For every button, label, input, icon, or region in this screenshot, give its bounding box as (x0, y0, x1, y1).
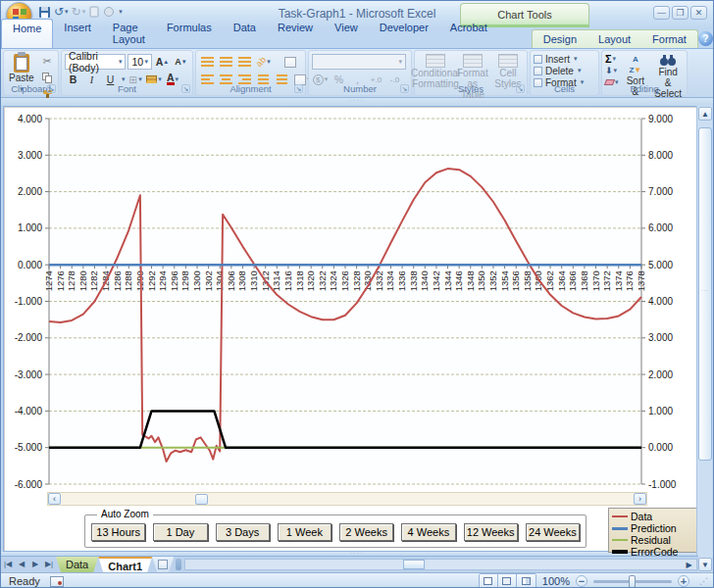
zoom-slider-thumb[interactable] (629, 575, 636, 588)
ribbon-tab[interactable]: Home (1, 19, 53, 49)
sheet-tab-chart1[interactable]: Chart1 (98, 557, 152, 572)
restore-button[interactable]: ❐ (672, 6, 688, 20)
grow-font-button[interactable]: A▲ (154, 54, 171, 70)
save-button[interactable] (38, 6, 51, 19)
alignment-group-label: Alignment (196, 83, 305, 94)
last-sheet-button[interactable]: ▶| (42, 557, 56, 572)
paste-button[interactable]: Paste ▾ (7, 53, 36, 102)
style-grid-icon (426, 54, 445, 68)
auto-zoom-button[interactable]: 12 Weeks (464, 523, 518, 541)
resize-grip[interactable]: ⋰ (695, 576, 709, 586)
font-name-combobox[interactable]: Calibri (Body)▾ (65, 54, 126, 70)
clipboard-group: Paste ▾ ✂ Clipboard (3, 50, 59, 96)
quick-print-button[interactable] (88, 6, 100, 18)
svg-text:1346: 1346 (453, 270, 464, 291)
zoom-level-label: 100% (542, 575, 570, 587)
alignment-dialog-launcher[interactable]: ↘ (294, 84, 303, 93)
ribbon-tab[interactable]: Page Layout (102, 19, 156, 48)
ribbon-tab[interactable]: Review (267, 19, 324, 48)
auto-zoom-button[interactable]: 1 Day (153, 523, 207, 541)
ribbon-tab[interactable]: Acrobat (439, 19, 498, 48)
zoom-out-button[interactable]: − (576, 575, 587, 587)
align-bottom-button[interactable] (236, 54, 253, 70)
prev-sheet-button[interactable]: ◀ (15, 557, 28, 572)
svg-text:1296: 1296 (169, 270, 179, 291)
orientation-button[interactable]: ab▾ (255, 54, 272, 70)
styles-dialog-launcher[interactable]: ↘ (516, 84, 525, 93)
svg-text:1354: 1354 (499, 270, 510, 291)
contextual-tab[interactable]: Format (641, 30, 697, 48)
styles-group-label: Styles (415, 83, 527, 94)
sheet-tab-data[interactable]: Data (56, 557, 98, 572)
svg-text:1274: 1274 (43, 270, 54, 291)
cells-button[interactable]: Insert ▾ (534, 53, 595, 65)
ribbon-tab[interactable]: Developer (369, 19, 439, 48)
chart-horizontal-scrollbar[interactable]: ‹ › (47, 492, 647, 506)
minimize-button[interactable]: — (653, 6, 670, 20)
close-button[interactable]: ✕ (690, 6, 707, 20)
font-dialog-launcher[interactable]: ↘ (181, 84, 190, 93)
align-middle-button[interactable] (218, 54, 234, 70)
scroll-right-icon[interactable]: › (634, 493, 646, 505)
legend-label: Prediction (631, 522, 677, 534)
number-format-combobox[interactable]: ▾ (312, 54, 406, 70)
underline-dropdown-icon[interactable]: ▾ (122, 75, 126, 83)
svg-text:-5.000: -5.000 (15, 442, 43, 453)
zoom-in-button[interactable]: + (678, 575, 689, 587)
page-layout-view-icon (502, 577, 511, 585)
contextual-tab[interactable]: Layout (587, 30, 641, 48)
sheet-scroll-thumb[interactable] (403, 560, 425, 569)
auto-zoom-button[interactable]: 4 Weeks (401, 523, 455, 541)
qat-extra-button[interactable] (103, 6, 115, 18)
svg-text:1322: 1322 (317, 270, 328, 291)
redo-button[interactable]: ↻▾ (72, 5, 86, 19)
legend-swatch (612, 550, 628, 554)
zoom-slider[interactable] (593, 580, 672, 583)
svg-text:1326: 1326 (339, 270, 350, 291)
wrap-text-button[interactable] (281, 54, 298, 70)
style-button-line1: Conditional (411, 68, 460, 78)
auto-zoom-button[interactable]: 2 Weeks (339, 523, 393, 541)
page-layout-view-button[interactable] (498, 574, 517, 588)
auto-zoom-button[interactable]: 3 Days (216, 523, 270, 541)
help-icon[interactable]: ? (698, 31, 713, 46)
top-splitter[interactable]: ∙∙∙∙ (1, 98, 713, 106)
svg-text:1300: 1300 (191, 270, 202, 291)
scroll-up-icon[interactable]: ▲ (698, 107, 712, 121)
sheet-scroll-right-icon[interactable]: ▶ (683, 560, 695, 569)
next-sheet-button[interactable]: ▶ (28, 557, 42, 572)
contextual-tab[interactable]: Design (533, 30, 587, 48)
copy-icon (42, 73, 52, 83)
cells-button[interactable]: Delete ▾ (534, 65, 595, 76)
first-sheet-button[interactable]: |◀ (1, 557, 15, 572)
normal-view-button[interactable] (480, 574, 498, 588)
qat-customize-button[interactable]: ▾ (119, 8, 123, 16)
ribbon-tab[interactable]: Insert (53, 19, 102, 48)
ribbon-tab[interactable]: View (324, 19, 369, 48)
ribbon-tab[interactable]: Data (223, 19, 267, 48)
auto-zoom-button[interactable]: 13 Hours (91, 523, 145, 541)
align-top-button[interactable] (199, 54, 216, 70)
vertical-scroll-thumb[interactable]: ∙∙∙ (698, 127, 712, 461)
scroll-left-icon[interactable]: ‹ (48, 493, 61, 505)
fill-button[interactable]: ⬇▾ (605, 65, 619, 76)
chart-scroll-thumb[interactable] (195, 494, 208, 505)
scroll-down-icon[interactable]: ▼ (698, 558, 712, 571)
insert-worksheet-button[interactable] (152, 557, 174, 572)
legend-label: Data (631, 511, 652, 522)
vertical-scrollbar[interactable]: ▲ ∙∙∙ ▼ (696, 106, 712, 572)
tab-split-handle[interactable] (176, 559, 181, 570)
page-break-view-button[interactable] (517, 574, 536, 588)
undo-button[interactable]: ↺▾ (54, 5, 69, 19)
cut-button[interactable]: ✂ (39, 53, 56, 69)
autosum-button[interactable]: Σ▾ (605, 53, 619, 65)
auto-zoom-button[interactable]: 24 Weeks (526, 523, 580, 541)
auto-zoom-button[interactable]: 1 Week (278, 523, 332, 541)
ribbon-tab[interactable]: Formulas (156, 19, 223, 48)
clipboard-dialog-launcher[interactable]: ↘ (47, 84, 56, 93)
sheet-horizontal-scrollbar[interactable]: ▶ (184, 559, 697, 570)
macro-record-icon[interactable] (50, 576, 64, 587)
font-size-combobox[interactable]: 10▾ (128, 54, 152, 70)
number-dialog-launcher[interactable]: ↘ (400, 84, 409, 93)
shrink-font-button[interactable]: A▼ (173, 54, 189, 70)
